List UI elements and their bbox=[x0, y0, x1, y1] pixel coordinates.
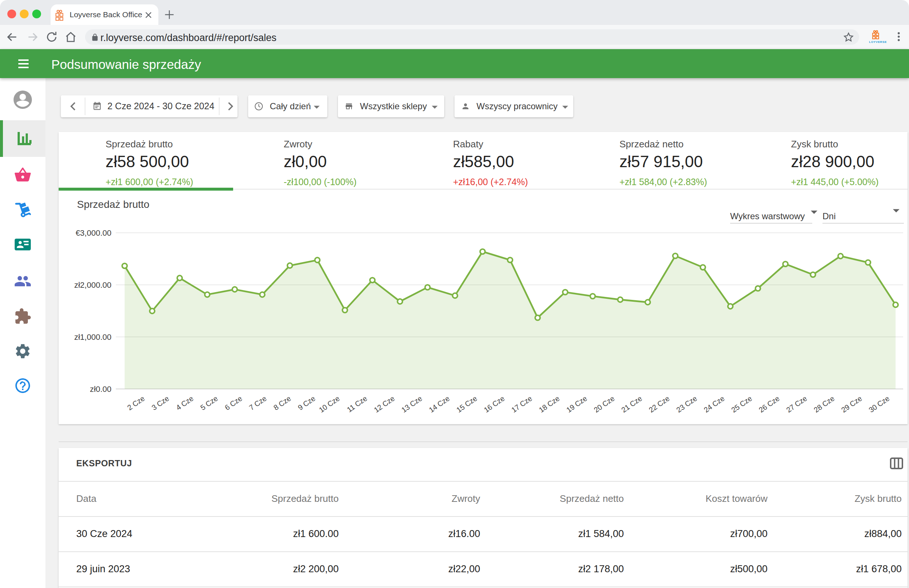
svg-text:7 Cze: 7 Cze bbox=[248, 394, 268, 412]
svg-text:25 Cze: 25 Cze bbox=[730, 394, 754, 414]
svg-text:26 Cze: 26 Cze bbox=[757, 394, 781, 414]
svg-text:29 Cze: 29 Cze bbox=[840, 394, 864, 414]
svg-text:20 Cze: 20 Cze bbox=[592, 394, 616, 414]
svg-text:16 Cze: 16 Cze bbox=[482, 394, 506, 414]
svg-text:13 Cze: 13 Cze bbox=[400, 394, 424, 414]
svg-text:€3,000.00: €3,000.00 bbox=[76, 228, 111, 237]
svg-text:11 Cze: 11 Cze bbox=[345, 394, 368, 414]
svg-text:3 Cze: 3 Cze bbox=[150, 394, 170, 412]
svg-text:2 Cze: 2 Cze bbox=[126, 394, 146, 412]
svg-text:22 Cze: 22 Cze bbox=[647, 394, 671, 414]
svg-text:18 Cze: 18 Cze bbox=[537, 394, 561, 414]
svg-text:10 Cze: 10 Cze bbox=[317, 394, 341, 414]
svg-text:24 Cze: 24 Cze bbox=[702, 394, 726, 414]
svg-text:9 Cze: 9 Cze bbox=[297, 394, 317, 412]
svg-text:6 Cze: 6 Cze bbox=[223, 394, 243, 412]
svg-text:27 Cze: 27 Cze bbox=[785, 394, 809, 414]
svg-text:19 Cze: 19 Cze bbox=[565, 394, 589, 414]
svg-text:23 Cze: 23 Cze bbox=[675, 394, 699, 414]
svg-text:30 Cze: 30 Cze bbox=[867, 394, 891, 414]
svg-text:4 Cze: 4 Cze bbox=[174, 394, 195, 412]
svg-text:5 Cze: 5 Cze bbox=[199, 394, 219, 412]
svg-text:12 Cze: 12 Cze bbox=[372, 394, 396, 414]
svg-text:8 Cze: 8 Cze bbox=[272, 394, 292, 412]
svg-text:zł1,000.00: zł1,000.00 bbox=[74, 333, 111, 342]
svg-text:zł0.00: zł0.00 bbox=[90, 384, 111, 394]
svg-text:21 Cze: 21 Cze bbox=[620, 394, 644, 414]
svg-text:28 Cze: 28 Cze bbox=[812, 394, 836, 414]
svg-text:15 Cze: 15 Cze bbox=[455, 394, 479, 414]
svg-text:zł2,000.00: zł2,000.00 bbox=[74, 280, 111, 289]
svg-text:17 Cze: 17 Cze bbox=[510, 394, 534, 414]
svg-text:14 Cze: 14 Cze bbox=[427, 394, 451, 414]
